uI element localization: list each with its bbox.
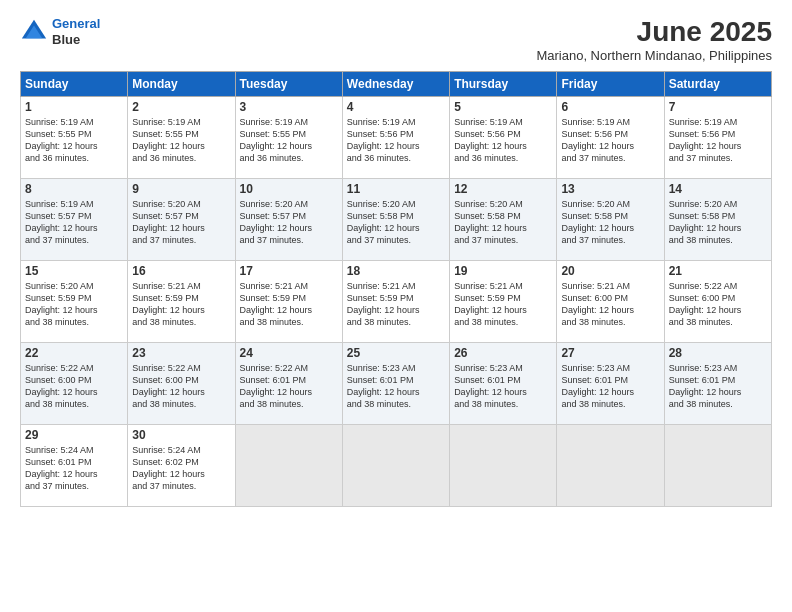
day-info: Sunrise: 5:23 AM Sunset: 6:01 PM Dayligh… xyxy=(669,362,767,411)
sunset-label: Sunset: 6:01 PM xyxy=(669,375,736,385)
day-info: Sunrise: 5:21 AM Sunset: 5:59 PM Dayligh… xyxy=(454,280,552,329)
day-info: Sunrise: 5:19 AM Sunset: 5:56 PM Dayligh… xyxy=(561,116,659,165)
table-cell: 13 Sunrise: 5:20 AM Sunset: 5:58 PM Dayl… xyxy=(557,179,664,261)
sunrise-label: Sunrise: 5:21 AM xyxy=(240,281,309,291)
day-number: 30 xyxy=(132,428,230,442)
table-cell: 26 Sunrise: 5:23 AM Sunset: 6:01 PM Dayl… xyxy=(450,343,557,425)
day-info: Sunrise: 5:19 AM Sunset: 5:56 PM Dayligh… xyxy=(347,116,445,165)
sunrise-label: Sunrise: 5:19 AM xyxy=(669,117,738,127)
day-number: 14 xyxy=(669,182,767,196)
day-info: Sunrise: 5:19 AM Sunset: 5:56 PM Dayligh… xyxy=(454,116,552,165)
daylight-label: Daylight: 12 hours xyxy=(669,387,742,397)
table-cell: 17 Sunrise: 5:21 AM Sunset: 5:59 PM Dayl… xyxy=(235,261,342,343)
day-number: 5 xyxy=(454,100,552,114)
sunset-label: Sunset: 6:00 PM xyxy=(669,293,736,303)
table-cell: 5 Sunrise: 5:19 AM Sunset: 5:56 PM Dayli… xyxy=(450,97,557,179)
daylight-minutes: and 36 minutes. xyxy=(454,153,518,163)
day-number: 27 xyxy=(561,346,659,360)
daylight-label: Daylight: 12 hours xyxy=(132,469,205,479)
sunrise-label: Sunrise: 5:20 AM xyxy=(347,199,416,209)
day-info: Sunrise: 5:23 AM Sunset: 6:01 PM Dayligh… xyxy=(454,362,552,411)
sunset-label: Sunset: 5:58 PM xyxy=(454,211,521,221)
day-info: Sunrise: 5:24 AM Sunset: 6:02 PM Dayligh… xyxy=(132,444,230,493)
sunset-label: Sunset: 6:00 PM xyxy=(25,375,92,385)
week-row-1: 8 Sunrise: 5:19 AM Sunset: 5:57 PM Dayli… xyxy=(21,179,772,261)
day-number: 11 xyxy=(347,182,445,196)
day-info: Sunrise: 5:19 AM Sunset: 5:56 PM Dayligh… xyxy=(669,116,767,165)
table-cell xyxy=(664,425,771,507)
sunrise-label: Sunrise: 5:20 AM xyxy=(454,199,523,209)
daylight-label: Daylight: 12 hours xyxy=(132,141,205,151)
table-cell xyxy=(235,425,342,507)
daylight-label: Daylight: 12 hours xyxy=(132,305,205,315)
sunset-label: Sunset: 6:02 PM xyxy=(132,457,199,467)
sunset-label: Sunset: 6:00 PM xyxy=(561,293,628,303)
sunrise-label: Sunrise: 5:24 AM xyxy=(132,445,201,455)
daylight-label: Daylight: 12 hours xyxy=(561,305,634,315)
day-number: 21 xyxy=(669,264,767,278)
sunset-label: Sunset: 6:01 PM xyxy=(454,375,521,385)
day-number: 18 xyxy=(347,264,445,278)
sunrise-label: Sunrise: 5:20 AM xyxy=(132,199,201,209)
table-cell: 16 Sunrise: 5:21 AM Sunset: 5:59 PM Dayl… xyxy=(128,261,235,343)
sunset-label: Sunset: 6:01 PM xyxy=(25,457,92,467)
day-number: 9 xyxy=(132,182,230,196)
day-number: 1 xyxy=(25,100,123,114)
daylight-minutes: and 38 minutes. xyxy=(240,317,304,327)
daylight-label: Daylight: 12 hours xyxy=(25,305,98,315)
sunrise-label: Sunrise: 5:22 AM xyxy=(240,363,309,373)
sunset-label: Sunset: 5:56 PM xyxy=(669,129,736,139)
week-row-3: 22 Sunrise: 5:22 AM Sunset: 6:00 PM Dayl… xyxy=(21,343,772,425)
day-number: 28 xyxy=(669,346,767,360)
sunset-label: Sunset: 5:56 PM xyxy=(561,129,628,139)
table-cell: 25 Sunrise: 5:23 AM Sunset: 6:01 PM Dayl… xyxy=(342,343,449,425)
sunrise-label: Sunrise: 5:22 AM xyxy=(669,281,738,291)
day-info: Sunrise: 5:21 AM Sunset: 5:59 PM Dayligh… xyxy=(240,280,338,329)
day-info: Sunrise: 5:23 AM Sunset: 6:01 PM Dayligh… xyxy=(347,362,445,411)
daylight-label: Daylight: 12 hours xyxy=(669,141,742,151)
daylight-minutes: and 37 minutes. xyxy=(561,153,625,163)
daylight-minutes: and 36 minutes. xyxy=(347,153,411,163)
col-fri: Friday xyxy=(557,72,664,97)
daylight-minutes: and 38 minutes. xyxy=(347,399,411,409)
table-cell: 12 Sunrise: 5:20 AM Sunset: 5:58 PM Dayl… xyxy=(450,179,557,261)
table-cell: 30 Sunrise: 5:24 AM Sunset: 6:02 PM Dayl… xyxy=(128,425,235,507)
logo-icon xyxy=(20,18,48,46)
header-row: Sunday Monday Tuesday Wednesday Thursday… xyxy=(21,72,772,97)
daylight-minutes: and 37 minutes. xyxy=(454,235,518,245)
daylight-minutes: and 38 minutes. xyxy=(25,399,89,409)
sunrise-label: Sunrise: 5:22 AM xyxy=(132,363,201,373)
daylight-minutes: and 36 minutes. xyxy=(25,153,89,163)
col-sat: Saturday xyxy=(664,72,771,97)
day-number: 25 xyxy=(347,346,445,360)
table-cell: 2 Sunrise: 5:19 AM Sunset: 5:55 PM Dayli… xyxy=(128,97,235,179)
table-cell: 21 Sunrise: 5:22 AM Sunset: 6:00 PM Dayl… xyxy=(664,261,771,343)
day-number: 19 xyxy=(454,264,552,278)
week-row-2: 15 Sunrise: 5:20 AM Sunset: 5:59 PM Dayl… xyxy=(21,261,772,343)
table-cell: 20 Sunrise: 5:21 AM Sunset: 6:00 PM Dayl… xyxy=(557,261,664,343)
day-info: Sunrise: 5:20 AM Sunset: 5:57 PM Dayligh… xyxy=(240,198,338,247)
day-info: Sunrise: 5:20 AM Sunset: 5:58 PM Dayligh… xyxy=(669,198,767,247)
daylight-minutes: and 38 minutes. xyxy=(347,317,411,327)
sunset-label: Sunset: 5:57 PM xyxy=(25,211,92,221)
day-number: 26 xyxy=(454,346,552,360)
sunset-label: Sunset: 5:59 PM xyxy=(454,293,521,303)
sunrise-label: Sunrise: 5:22 AM xyxy=(25,363,94,373)
sunset-label: Sunset: 5:55 PM xyxy=(25,129,92,139)
table-cell: 18 Sunrise: 5:21 AM Sunset: 5:59 PM Dayl… xyxy=(342,261,449,343)
sunset-label: Sunset: 5:57 PM xyxy=(240,211,307,221)
sunrise-label: Sunrise: 5:19 AM xyxy=(347,117,416,127)
sunset-label: Sunset: 5:59 PM xyxy=(240,293,307,303)
sunrise-label: Sunrise: 5:20 AM xyxy=(561,199,630,209)
day-info: Sunrise: 5:19 AM Sunset: 5:55 PM Dayligh… xyxy=(132,116,230,165)
logo-text: General Blue xyxy=(52,16,100,47)
day-number: 24 xyxy=(240,346,338,360)
daylight-minutes: and 36 minutes. xyxy=(240,153,304,163)
week-row-0: 1 Sunrise: 5:19 AM Sunset: 5:55 PM Dayli… xyxy=(21,97,772,179)
table-cell xyxy=(450,425,557,507)
sunrise-label: Sunrise: 5:21 AM xyxy=(347,281,416,291)
sunset-label: Sunset: 5:59 PM xyxy=(132,293,199,303)
daylight-minutes: and 38 minutes. xyxy=(561,399,625,409)
day-number: 6 xyxy=(561,100,659,114)
table-cell xyxy=(342,425,449,507)
